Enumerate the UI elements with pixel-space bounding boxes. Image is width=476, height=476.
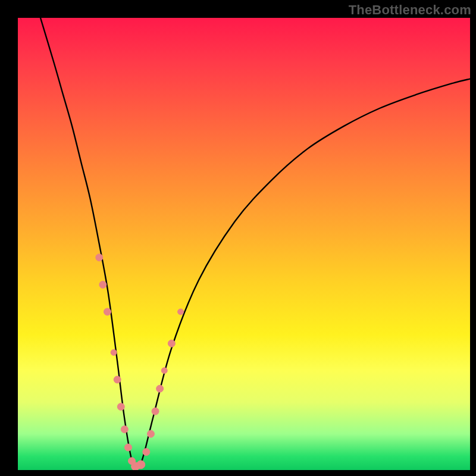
data-marker	[104, 308, 111, 315]
data-marker	[121, 426, 128, 433]
data-marker	[156, 385, 164, 392]
watermark-text: TheBottleneck.com	[349, 2, 471, 18]
data-marker	[99, 281, 107, 288]
plot-area	[18, 18, 470, 470]
data-marker	[178, 309, 184, 315]
chart-frame: TheBottleneck.com	[0, 0, 476, 476]
data-marker	[114, 376, 121, 383]
data-marker	[152, 408, 159, 415]
data-marker	[143, 449, 150, 456]
data-marker	[111, 349, 117, 355]
data-marker	[96, 254, 103, 261]
data-marker	[161, 368, 167, 374]
data-markers	[96, 254, 184, 470]
bottleneck-curve	[40, 18, 470, 468]
data-marker	[117, 403, 124, 411]
plot-svg	[18, 18, 470, 470]
data-marker	[147, 430, 154, 437]
data-marker	[124, 444, 131, 451]
data-marker	[137, 461, 145, 469]
data-marker	[168, 340, 175, 347]
